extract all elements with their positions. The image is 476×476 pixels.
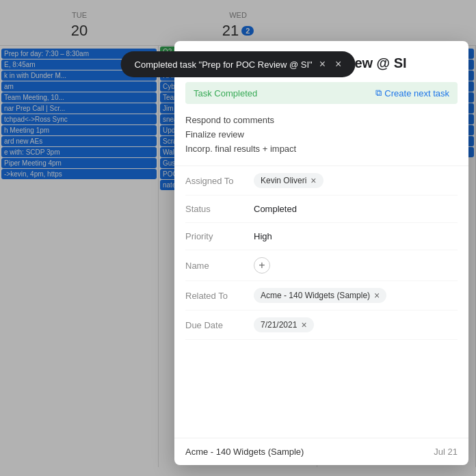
priority-label: Priority [185,231,254,241]
task-completed-status: Task Completed [194,88,257,98]
name-row: Name + [185,250,458,281]
priority-value: High [254,231,458,241]
activity-date: Jul 21 [434,447,458,457]
fields-area: Assigned To Kevin Oliveri × Status Compl… [174,166,468,438]
task-panel: ← ☠ Prep for POC Review @ SI Task Comple… [174,41,468,465]
toast-x-button[interactable]: × [335,58,341,70]
status-value: Completed [254,204,458,214]
assignee-name: Kevin Oliveri [261,176,306,185]
related-to-value: Acme - 140 Widgets (Sample) × [254,288,458,303]
remove-assignee-button[interactable]: × [310,175,316,186]
related-to-chip: Acme - 140 Widgets (Sample) × [254,288,386,303]
due-date-chip: 7/21/2021 × [254,317,314,332]
due-date-value: 7/21/2021 × [254,317,458,332]
completed-banner: Task Completed ⧉ Create next task [185,82,458,104]
name-add-area: + [254,257,458,274]
assigned-to-row: Assigned To Kevin Oliveri × [185,166,458,196]
note-line-1: Respond to comments [185,114,458,128]
create-icon: ⧉ [375,88,382,98]
activity-row: Acme - 140 Widgets (Sample) Jul 21 [174,438,468,465]
name-label: Name [185,261,254,271]
priority-row: Priority High [185,223,458,250]
remove-related-button[interactable]: × [374,290,380,301]
assigned-to-chip: Kevin Oliveri × [254,173,323,188]
related-to-name: Acme - 140 Widgets (Sample) [261,291,370,300]
add-name-button[interactable]: + [254,257,270,274]
toast-close-button[interactable]: × [319,58,326,70]
status-label: Status [185,204,254,214]
due-date-label: Due Date [185,320,254,330]
activity-label: Acme - 140 Widgets (Sample) [185,447,304,457]
related-to-label: Related To [185,291,254,301]
note-line-2: Finalize review [185,128,458,142]
note-line-3: Incorp. final results + impact [185,142,458,157]
assigned-to-value: Kevin Oliveri × [254,173,458,188]
toast-text: Completed task "Prep for POC Review @ SI… [135,60,313,70]
remove-due-date-button[interactable]: × [301,319,306,330]
notes-area: Respond to comments Finalize review Inco… [174,104,468,166]
toast-notification: Completed task "Prep for POC Review @ SI… [121,51,356,77]
due-date-row: Due Date 7/21/2021 × [185,310,458,340]
create-next-task-button[interactable]: ⧉ Create next task [375,88,449,98]
due-date-text: 7/21/2021 [261,320,297,330]
assigned-to-label: Assigned To [185,176,254,186]
create-next-label: Create next task [384,88,449,98]
status-row: Status Completed [185,196,458,223]
related-to-row: Related To Acme - 140 Widgets (Sample) × [185,281,458,310]
